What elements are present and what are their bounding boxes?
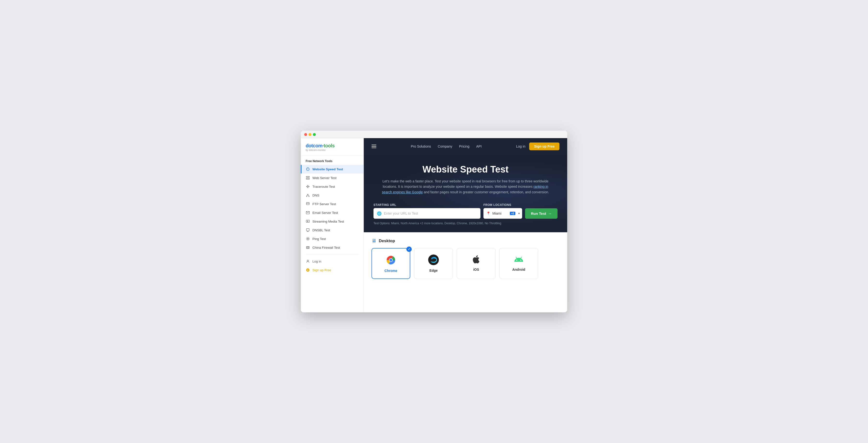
user-icon <box>306 259 310 264</box>
hero-desc-part2: and faster pages result in greater custo… <box>424 190 549 194</box>
device-header: 🖥 Desktop <box>372 238 559 244</box>
nav-company[interactable]: Company <box>438 144 453 148</box>
nav-pricing[interactable]: Pricing <box>459 144 469 148</box>
svg-line-19 <box>308 195 309 196</box>
browser-card-label: Chrome <box>384 269 397 273</box>
close-dot[interactable] <box>304 133 307 136</box>
browser-card-edge[interactable]: Edge <box>414 248 453 279</box>
nav-api[interactable]: API <box>476 144 482 148</box>
maximize-dot[interactable] <box>313 133 316 136</box>
sidebar-item-dnsbl-test[interactable]: DNSBL Test <box>301 226 364 234</box>
svg-point-37 <box>307 260 308 261</box>
sidebar-item-label: Website Speed Test <box>312 167 343 171</box>
sidebar-item-dns[interactable]: DNS <box>301 191 364 200</box>
browser-card-ios[interactable]: iOS <box>457 248 496 279</box>
nav-pro-solutions[interactable]: Pro Solutions <box>411 144 431 148</box>
desktop-icon: 🖥 <box>372 238 376 244</box>
svg-rect-25 <box>306 220 309 223</box>
nav-links: Pro Solutions Company Pricing API <box>411 144 482 148</box>
sidebar-item-login[interactable]: Log in <box>301 257 364 266</box>
sidebar-divider <box>306 254 359 254</box>
hero-section: Website Speed Test Let's make the web a … <box>364 155 567 232</box>
hero-title: Website Speed Test <box>373 164 558 175</box>
hamburger-line <box>372 147 376 148</box>
sidebar-item-email-server-test[interactable]: Email Server Test <box>301 208 364 217</box>
browser-cards: ✓ <box>372 248 559 279</box>
sidebar: dotcom·tools by dotcom-monitor Free Netw… <box>301 138 364 312</box>
main-content: Pro Solutions Company Pricing API Log in… <box>364 138 567 312</box>
header-signup-button[interactable]: Sign up Free <box>529 142 559 150</box>
sidebar-item-china-firewall-test[interactable]: China Firewall Test <box>301 243 364 252</box>
firewall-icon <box>306 245 310 250</box>
url-input-wrapper: 🌐 <box>373 208 480 219</box>
sidebar-section-title: Free Network Tools <box>301 160 364 165</box>
sidebar-item-label: Email Server Test <box>312 211 338 215</box>
apple-logo <box>471 254 482 265</box>
dnsbl-icon <box>306 228 310 232</box>
svg-point-31 <box>307 238 309 240</box>
svg-point-11 <box>308 187 308 188</box>
sidebar-item-ping-test[interactable]: Ping Test <box>301 234 364 243</box>
sidebar-auth-label: Log in <box>312 260 321 263</box>
dns-icon <box>306 193 310 197</box>
svg-rect-27 <box>306 229 309 231</box>
sidebar-item-label: DNS <box>312 194 319 197</box>
device-section: 🖥 Desktop ✓ <box>364 232 567 285</box>
android-logo <box>514 254 524 265</box>
sidebar-item-label: Streaming Media Test <box>312 220 344 223</box>
run-test-arrow: → <box>548 211 552 215</box>
svg-point-16 <box>306 196 307 197</box>
from-locations-label: From Locations <box>484 203 522 207</box>
svg-point-41 <box>390 259 392 262</box>
traceroute-icon <box>306 184 310 189</box>
sidebar-item-streaming-media-test[interactable]: Streaming Media Test <box>301 217 364 226</box>
minimize-dot[interactable] <box>309 133 311 136</box>
run-test-wrapper: Run Test → <box>525 202 558 219</box>
location-pin-icon: 📍 <box>486 211 490 215</box>
email-icon <box>306 210 310 215</box>
sidebar-item-label: Web Server Test <box>312 176 336 180</box>
sidebar-signup-label: Sign up Free <box>312 268 331 272</box>
browser-card-label: iOS <box>473 268 479 271</box>
run-test-button[interactable]: Run Test → <box>525 208 558 219</box>
hamburger-menu[interactable] <box>372 145 376 148</box>
location-select-wrapper: 📍 Miami New York Los Angeles +2 ▾ <box>484 208 522 219</box>
location-badge: +2 <box>510 212 516 215</box>
hamburger-line <box>372 146 376 147</box>
server-icon <box>306 176 310 180</box>
nav-actions: Log in Sign up Free <box>516 142 559 150</box>
top-header: Pro Solutions Company Pricing API Log in… <box>364 138 567 155</box>
svg-line-18 <box>307 195 308 196</box>
starting-url-label: Starting URL <box>373 203 480 207</box>
streaming-icon <box>306 219 310 224</box>
browser-controls <box>304 133 564 136</box>
svg-point-15 <box>308 194 308 195</box>
test-options: Test Options: Miami, North America +2 mo… <box>373 222 558 225</box>
svg-point-30 <box>307 238 308 239</box>
ftp-icon <box>306 202 310 206</box>
sidebar-logo: dotcom·tools by dotcom-monitor <box>301 143 364 156</box>
sidebar-item-website-speed-test[interactable]: Website Speed Test <box>301 165 364 173</box>
selected-check: ✓ <box>406 246 412 252</box>
sidebar-item-traceroute-test[interactable]: Traceroute Test <box>301 182 364 191</box>
browser-card-chrome[interactable]: ✓ <box>372 248 410 279</box>
sidebar-item-ftp-server-test[interactable]: FTP Server Test <box>301 200 364 208</box>
sidebar-item-label: DNSBL Test <box>312 228 330 232</box>
sidebar-item-signup[interactable]: Sign up Free <box>301 266 364 274</box>
sidebar-item-label: Ping Test <box>312 237 326 241</box>
browser-card-label: Edge <box>429 269 438 272</box>
ping-icon <box>306 237 310 241</box>
header-login-button[interactable]: Log in <box>516 144 525 148</box>
sidebar-item-label: FTP Server Test <box>312 202 336 206</box>
browser-chrome <box>301 131 567 138</box>
svg-rect-5 <box>306 178 309 179</box>
sidebar-item-web-server-test[interactable]: Web Server Test <box>301 173 364 182</box>
url-input[interactable] <box>373 208 480 219</box>
browser-card-android[interactable]: Android <box>499 248 538 279</box>
chevron-down-icon: ▾ <box>518 212 520 215</box>
logo-subtitle: by dotcom-monitor <box>306 149 359 151</box>
svg-point-10 <box>309 186 309 187</box>
svg-point-9 <box>308 185 308 186</box>
browser-card-label: Android <box>512 268 525 271</box>
sidebar-item-label: China Firewall Test <box>312 246 340 249</box>
